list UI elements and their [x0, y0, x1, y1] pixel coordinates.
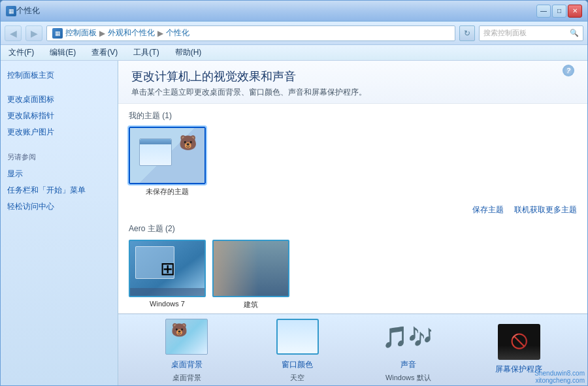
address-path: ▦ 控制面板 ▶ 外观和个性化 ▶ 个性化 — [46, 25, 455, 41]
toolbar-screensaver[interactable]: 屏幕保护程序 — [480, 322, 558, 378]
screensaver-icon — [498, 324, 540, 360]
toolbar-wincolor-sublabel: 天空 — [290, 373, 304, 383]
aero-themes-title: Aero 主题 (2) — [129, 223, 577, 234]
sidebar-mouse-pointer[interactable]: 更改鼠标指针 — [7, 109, 111, 123]
bottom-toolbar: 🐻 桌面背景 桌面背景 窗口颜色 天空 � — [118, 314, 587, 385]
theme-links: 保存主题 联机获取更多主题 — [129, 202, 577, 218]
path-controlpanel[interactable]: 控制面板 — [65, 27, 97, 39]
forward-button[interactable]: ▶ — [25, 25, 42, 41]
page-title: 更改计算机上的视觉效果和声音 — [131, 69, 574, 84]
path-appearance[interactable]: 外观和个性化 — [108, 27, 155, 39]
sidebar: 控制面板主页 更改桌面图标 更改鼠标指针 更改账户图片 另请参阅 显示 任务栏和… — [1, 61, 118, 385]
theme-area[interactable]: 我的主题 (1) 🐻 未保存的主题 — [118, 104, 587, 314]
bear-icon: 🐻 — [179, 135, 197, 152]
theme-item-architecture[interactable]: 建筑 — [212, 240, 289, 310]
toolbar-window-color[interactable]: 窗口颜色 天空 — [258, 317, 336, 383]
windows-logo: ⊞ — [160, 258, 175, 280]
architecture-bg — [214, 241, 288, 296]
content-header: 更改计算机上的视觉效果和声音 单击某个主题立即更改桌面背景、窗口颜色、声音和屏幕… — [118, 61, 587, 104]
desktop-bear-icon: 🐻 — [171, 322, 188, 338]
sound-icon: 🎵🎶 — [387, 319, 429, 355]
screensaver-icon-box — [496, 322, 542, 361]
my-themes-title: 我的主题 (1) — [129, 110, 577, 121]
menu-help[interactable]: 帮助(H) — [172, 46, 204, 59]
sidebar-home[interactable]: 控制面板主页 — [7, 69, 111, 82]
theme-thumb-architecture[interactable] — [212, 240, 289, 297]
help-icon[interactable]: ? — [563, 65, 574, 76]
toolbar-desktop-bg[interactable]: 🐻 桌面背景 桌面背景 — [148, 317, 226, 383]
watermark-line2: xitongcheng.com — [534, 377, 585, 384]
maximize-button[interactable]: □ — [552, 5, 566, 18]
search-box[interactable]: 搜索控制面板 🔍 — [479, 25, 583, 41]
toolbar-sound[interactable]: 🎵🎶 声音 Windows 默认 — [369, 317, 448, 383]
minimize-button[interactable]: — — [536, 5, 551, 18]
search-icon: 🔍 — [570, 29, 579, 37]
window-color-icon-box — [274, 317, 320, 357]
sidebar-account-picture[interactable]: 更改账户图片 — [7, 125, 111, 139]
theme-name-architecture: 建筑 — [244, 300, 258, 310]
main-window: ▦ 个性化 — □ ✕ ◀ ▶ ▦ 控制面板 ▶ 外观和个性化 ▶ 个性化 ↻ … — [0, 0, 588, 386]
refresh-button[interactable]: ↻ — [459, 25, 475, 41]
title-bar: ▦ 个性化 — □ ✕ — [1, 1, 587, 22]
content-panel: 更改计算机上的视觉效果和声音 单击某个主题立即更改桌面背景、窗口颜色、声音和屏幕… — [118, 61, 587, 385]
toolbar-sound-sublabel: Windows 默认 — [385, 373, 431, 383]
mini-taskbar — [130, 288, 204, 296]
window-icon: ▦ — [6, 6, 16, 16]
search-placeholder: 搜索控制面板 — [483, 28, 527, 38]
theme-thumb-win7[interactable]: ⊞ — [129, 240, 206, 297]
menu-edit[interactable]: 编辑(E) — [47, 46, 78, 59]
online-themes-link[interactable]: 联机获取更多主题 — [514, 204, 577, 216]
path-icon: ▦ — [52, 28, 63, 39]
sidebar-also-title: 另请参阅 — [7, 152, 111, 162]
theme-item-win7[interactable]: ⊞ Windows 7 — [129, 240, 206, 310]
theme-name-win7: Windows 7 — [150, 300, 185, 308]
desktop-bg-icon-box: 🐻 — [164, 317, 210, 357]
window-color-icon — [276, 319, 319, 355]
theme-name-unsaved: 未保存的主题 — [146, 187, 189, 197]
menu-tools[interactable]: 工具(T) — [131, 46, 161, 59]
sidebar-accessibility[interactable]: 轻松访问中心 — [7, 200, 111, 214]
toolbar-desktop-sublabel: 桌面背景 — [172, 373, 201, 383]
main-area: 控制面板主页 更改桌面图标 更改鼠标指针 更改账户图片 另请参阅 显示 任务栏和… — [1, 61, 587, 385]
address-bar: ◀ ▶ ▦ 控制面板 ▶ 外观和个性化 ▶ 个性化 ↻ 搜索控制面板 🔍 — [1, 22, 587, 45]
desktop-bg-icon: 🐻 — [165, 319, 208, 355]
save-theme-link[interactable]: 保存主题 — [472, 204, 504, 216]
theme-thumb-unsaved[interactable]: 🐻 — [129, 127, 206, 184]
page-description: 单击某个主题立即更改桌面背景、窗口颜色、声音和屏幕保护程序。 — [131, 87, 574, 98]
menu-view[interactable]: 查看(V) — [89, 46, 120, 59]
toolbar-screensaver-label: 屏幕保护程序 — [495, 364, 542, 375]
theme-mini-window — [139, 138, 172, 166]
back-button[interactable]: ◀ — [5, 25, 22, 41]
close-button[interactable]: ✕ — [568, 5, 582, 18]
toolbar-wincolor-label: 窗口颜色 — [282, 359, 313, 370]
sidebar-desktop-icons[interactable]: 更改桌面图标 — [7, 93, 111, 106]
window-controls: — □ ✕ — [536, 5, 582, 18]
toolbar-sound-label: 声音 — [400, 359, 416, 370]
toolbar-desktop-label: 桌面背景 — [171, 359, 203, 370]
theme-item-unsaved[interactable]: 🐻 未保存的主题 — [129, 127, 206, 197]
menu-bar: 文件(F) 编辑(E) 查看(V) 工具(T) 帮助(H) — [1, 45, 587, 61]
menu-file[interactable]: 文件(F) — [6, 46, 37, 59]
aero-themes-grid: ⊞ Windows 7 建筑 — [129, 240, 577, 310]
path-personalize[interactable]: 个性化 — [166, 27, 189, 39]
sidebar-taskbar[interactable]: 任务栏和「开始」菜单 — [7, 184, 111, 197]
window-title: 个性化 — [16, 5, 536, 16]
my-themes-grid: 🐻 未保存的主题 — [129, 127, 577, 197]
sound-icon-box: 🎵🎶 — [385, 317, 431, 357]
sidebar-display[interactable]: 显示 — [7, 167, 111, 181]
